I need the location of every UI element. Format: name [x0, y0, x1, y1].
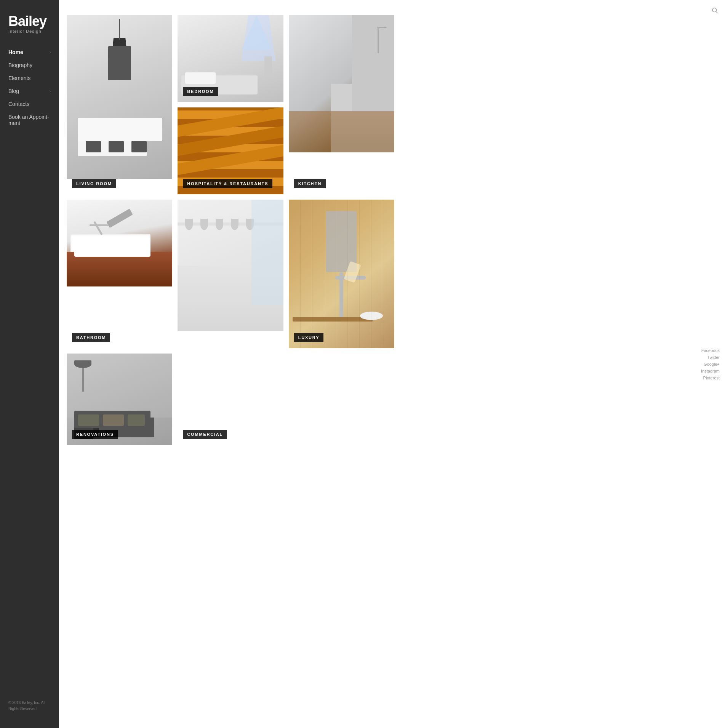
nav-label-book: Book an Appoint-ment: [8, 114, 49, 126]
sidebar-footer: © 2016 Bailey, Inc. All Rights Reserved: [0, 691, 59, 720]
nav-item-book-appointment[interactable]: Book an Appoint-ment: [8, 110, 51, 130]
logo[interactable]: Bailey Interior Design: [8, 14, 46, 34]
social-twitter[interactable]: Twitter: [707, 355, 720, 360]
grid-item-hospitality[interactable]: HOSPITALITY & RESTAURANTS: [178, 107, 283, 194]
nav-arrow-home: ›: [50, 50, 51, 54]
renovations-label: RENOVATIONS: [72, 430, 118, 439]
nav-menu: Home › Biography Elements Blog › Contact…: [0, 46, 59, 691]
social-googleplus[interactable]: Google+: [704, 362, 720, 366]
social-bar: Facebook Twitter Google+ Instagram Pinte…: [701, 348, 725, 380]
svg-line-1: [716, 11, 717, 13]
grid-item-bedroom[interactable]: BEDROOM: [178, 15, 283, 102]
grid-item-living-room[interactable]: LIVING ROOM: [67, 15, 172, 194]
search-icon[interactable]: [711, 7, 718, 15]
nav-label-biography: Biography: [8, 62, 32, 68]
social-pinterest[interactable]: Pinterest: [703, 376, 720, 380]
grid-item-luxury[interactable]: LUXURY: [289, 200, 394, 348]
nav-label-blog: Blog: [8, 88, 19, 94]
hospitality-label: HOSPITALITY & RESTAURANTS: [183, 179, 272, 188]
grid-item-bathroom[interactable]: BATHROOM: [67, 200, 172, 348]
grid-item-commercial[interactable]: COMMERCIAL: [178, 200, 283, 445]
nav-label-elements: Elements: [8, 75, 30, 81]
logo-area: Bailey Interior Design: [0, 8, 59, 46]
brand-subtitle: Interior Design: [8, 29, 46, 34]
nav-label-contacts: Contacts: [8, 101, 29, 107]
nav-item-contacts[interactable]: Contacts: [8, 98, 51, 110]
grid-item-kitchen[interactable]: KITCHEN: [289, 15, 394, 194]
bedroom-label: BEDROOM: [183, 87, 218, 96]
sidebar: Bailey Interior Design Home › Biography …: [0, 0, 59, 728]
copyright-text: © 2016 Bailey, Inc. All Rights Reserved: [8, 701, 45, 711]
social-facebook[interactable]: Facebook: [701, 348, 720, 353]
nav-item-elements[interactable]: Elements: [8, 72, 51, 85]
svg-point-0: [712, 8, 717, 12]
nav-arrow-blog: ›: [50, 89, 51, 93]
nav-item-home[interactable]: Home ›: [8, 46, 51, 59]
nav-item-biography[interactable]: Biography: [8, 59, 51, 72]
living-room-label: LIVING ROOM: [72, 179, 116, 188]
nav-item-blog[interactable]: Blog ›: [8, 85, 51, 98]
nav-label-home: Home: [8, 49, 23, 55]
main-content: LIVING ROOM BEDROOM: [59, 0, 702, 728]
kitchen-label: KITCHEN: [294, 179, 326, 188]
luxury-label: LUXURY: [294, 333, 324, 342]
social-instagram[interactable]: Instagram: [701, 369, 720, 373]
portfolio-grid: LIVING ROOM BEDROOM: [67, 15, 394, 445]
commercial-label: COMMERCIAL: [183, 430, 227, 439]
brand-name: Bailey: [8, 14, 46, 28]
grid-item-renovations[interactable]: RENOVATIONS: [67, 354, 172, 445]
bathroom-label: BATHROOM: [72, 333, 110, 342]
